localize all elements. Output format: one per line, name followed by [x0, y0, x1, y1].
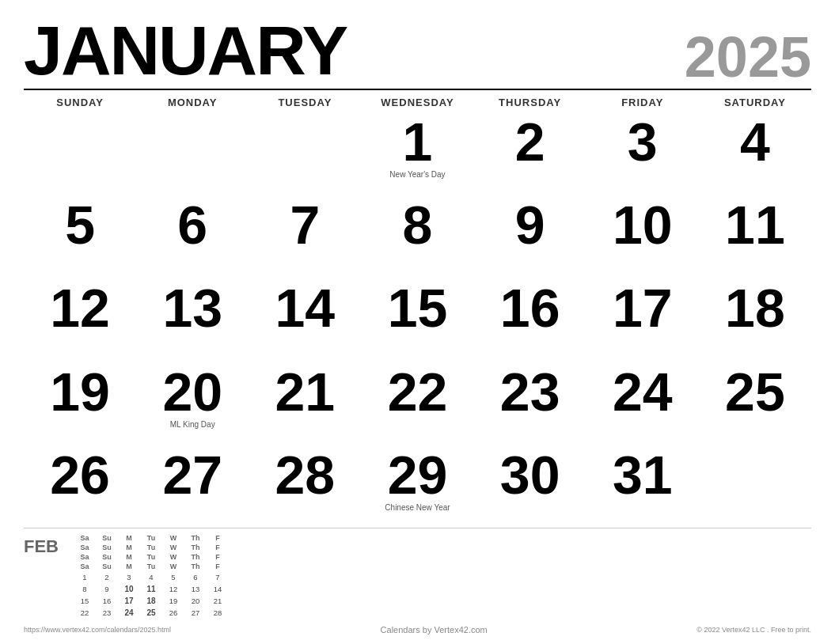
cal-cell: 14: [249, 278, 361, 361]
mini-day-name: F: [207, 552, 229, 562]
day-number: 24: [613, 365, 673, 419]
cal-cell: 17: [586, 278, 699, 361]
mini-day-number: 4: [140, 571, 162, 583]
cal-cell: [249, 112, 361, 195]
day-number: 27: [162, 448, 222, 502]
month-title: JANUARY: [24, 16, 347, 85]
day-number: 20: [162, 365, 222, 419]
day-number: 12: [50, 281, 110, 335]
cal-cell: 24: [586, 362, 699, 445]
day-number: 10: [613, 198, 673, 252]
cal-cell: 3: [586, 112, 699, 195]
cal-cell: 9: [474, 195, 586, 278]
cal-cell: 23: [474, 362, 586, 445]
cal-cell: 2: [474, 112, 586, 195]
mini-day-number: 5: [162, 571, 184, 583]
cal-cell: 10: [586, 195, 699, 278]
header-divider: [24, 89, 811, 90]
cal-cell: 29Chinese New Year: [361, 445, 473, 528]
cal-cell: 26: [24, 445, 136, 528]
day-number: 28: [275, 448, 336, 502]
holiday-label: Chinese New Year: [385, 503, 450, 512]
cal-cell: 8: [361, 195, 473, 278]
header-row: JANUARY 2025: [24, 16, 811, 85]
mini-day-name: Tu: [140, 552, 162, 562]
mini-day-number: 15: [74, 595, 96, 607]
mini-day-number: 2: [96, 571, 118, 583]
mini-day-number: 24: [118, 607, 140, 619]
cal-cell: 20ML King Day: [136, 362, 249, 445]
mini-day-name: W: [162, 552, 184, 562]
mini-day-name: F: [207, 562, 229, 571]
day-number: 26: [50, 448, 110, 502]
mini-day-number: 10: [118, 583, 140, 595]
day-name: FRIDAY: [586, 92, 699, 112]
mini-day-number: 26: [162, 607, 184, 619]
cal-cell: 15: [361, 278, 473, 361]
cal-cell: 22: [361, 362, 473, 445]
mini-day-number: 21: [207, 595, 229, 607]
cal-cell: 11: [699, 195, 811, 278]
day-number: 5: [65, 198, 95, 252]
mini-day-number: 12: [162, 583, 184, 595]
mini-day-name: Su: [96, 552, 118, 562]
cal-cell: 30: [474, 445, 586, 528]
mini-grid: SaSuMTuWThFSaSuMTuWThFSaSuMTuWThFSaSuMTu…: [74, 533, 811, 619]
day-name: MONDAY: [136, 92, 249, 112]
day-number: 15: [388, 281, 448, 335]
mini-day-number: 17: [118, 595, 140, 607]
day-name: WEDNESDAY: [361, 92, 473, 112]
holiday-label: New Year's Day: [389, 170, 445, 179]
mini-day-number: 25: [140, 607, 162, 619]
mini-day-number: 14: [207, 583, 229, 595]
mini-day-number: 16: [96, 595, 118, 607]
day-number: 17: [613, 281, 673, 335]
mini-day-name: Tu: [140, 533, 162, 543]
cal-cell: 16: [474, 278, 586, 361]
mini-day-number: 28: [207, 607, 229, 619]
mini-day-number: 13: [184, 583, 207, 595]
cal-cell: 13: [136, 278, 249, 361]
day-number: 22: [388, 365, 448, 419]
day-name: SATURDAY: [699, 92, 811, 112]
day-number: 21: [275, 365, 336, 419]
cal-cell: 31: [586, 445, 699, 528]
mini-day-name: Sa: [74, 543, 96, 552]
mini-day-number: 22: [74, 607, 96, 619]
mini-day-number: 3: [118, 571, 140, 583]
day-number: 3: [628, 115, 658, 169]
day-number: 14: [275, 281, 336, 335]
calendar-grid: 1New Year's Day2345678910111213141516171…: [24, 112, 811, 528]
day-number: 16: [500, 281, 560, 335]
mini-day-name: Th: [184, 543, 207, 552]
cal-cell: 18: [699, 278, 811, 361]
footer-copyright: © 2022 Vertex42 LLC . Free to print.: [696, 626, 811, 634]
mini-day-number: 19: [162, 595, 184, 607]
day-number: 8: [403, 198, 433, 252]
mini-day-number: 1: [74, 571, 96, 583]
day-number: 4: [740, 115, 770, 169]
day-number: 7: [290, 198, 320, 252]
cal-cell: 28: [249, 445, 361, 528]
day-number: 2: [515, 115, 545, 169]
mini-day-name: Sa: [74, 562, 96, 571]
cal-cell: 1New Year's Day: [361, 112, 473, 195]
calendar-wrapper: JANUARY 2025 SUNDAYMONDAYTUESDAYWEDNESDA…: [0, 0, 835, 644]
mini-day-name: M: [118, 562, 140, 571]
cal-cell: 12: [24, 278, 136, 361]
mini-day-name: Th: [184, 552, 207, 562]
mini-day-name: Su: [96, 533, 118, 543]
holiday-label: ML King Day: [170, 420, 215, 429]
mini-day-name: M: [118, 543, 140, 552]
cal-cell: 6: [136, 195, 249, 278]
cal-cell: 4: [699, 112, 811, 195]
mini-day-number: 18: [140, 595, 162, 607]
cal-cell: 5: [24, 195, 136, 278]
mini-day-number: 23: [96, 607, 118, 619]
cal-cell: 21: [249, 362, 361, 445]
cal-cell: [24, 112, 136, 195]
days-header: SUNDAYMONDAYTUESDAYWEDNESDAYTHURSDAYFRID…: [24, 92, 811, 112]
mini-day-name: Tu: [140, 562, 162, 571]
day-number: 30: [500, 448, 560, 502]
mini-day-number: 7: [207, 571, 229, 583]
